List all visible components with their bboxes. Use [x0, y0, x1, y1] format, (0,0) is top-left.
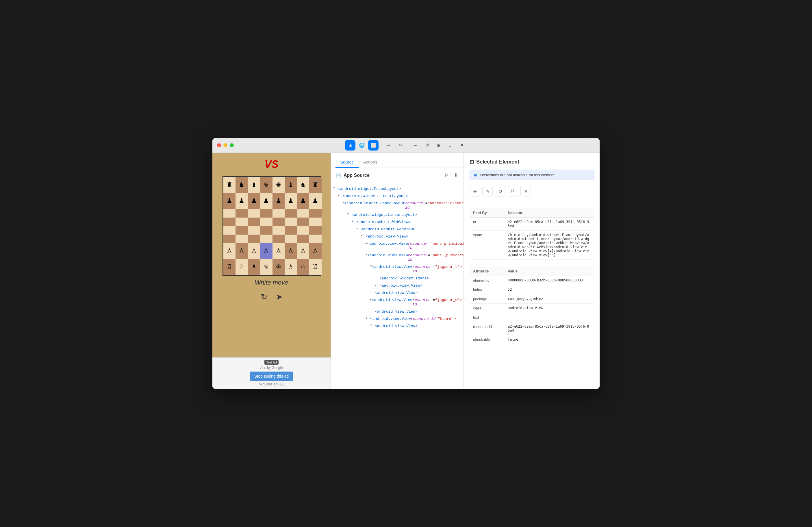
tab-actions[interactable]: Actions: [359, 157, 382, 168]
chess-cell[interactable]: ♛: [260, 177, 273, 193]
chess-cell[interactable]: [297, 218, 309, 226]
tree-node[interactable]: ▼<android.view.View>: [331, 233, 464, 240]
chess-cell[interactable]: [223, 235, 236, 243]
chess-cell[interactable]: ♗: [248, 259, 260, 275]
attribute-value[interactable]: 00000000-0000-03cb-0000-000500000003: [504, 276, 594, 285]
tree-node[interactable]: <android.view.View>: [331, 289, 464, 296]
chess-cell[interactable]: ♟: [260, 193, 273, 209]
attribute-value[interactable]: android.view.View: [504, 304, 594, 313]
chess-cell[interactable]: ♟: [309, 193, 322, 209]
tree-node[interactable]: ▼<android.widget.LinearLayout>: [331, 211, 464, 218]
chess-cell[interactable]: [285, 218, 297, 226]
tree-node[interactable]: <android.widget.Image>: [331, 275, 464, 282]
tree-node[interactable]: ▼<android.webkit.WebView>: [331, 218, 464, 226]
arrow-right-button[interactable]: →: [383, 140, 394, 150]
tree-node[interactable]: <android.view.View>: [331, 308, 464, 315]
stop-seeing-ad-button[interactable]: Stop seeing this ad: [250, 371, 293, 381]
copy-action-button[interactable]: ⎘: [508, 186, 518, 196]
chess-cell[interactable]: [223, 226, 236, 235]
chess-cell[interactable]: ♟: [248, 193, 260, 209]
next-move-button[interactable]: ➤: [276, 292, 282, 302]
chess-cell[interactable]: [223, 218, 236, 226]
chess-cell[interactable]: [248, 209, 260, 218]
chess-cell[interactable]: ♟: [285, 193, 297, 209]
chess-cell[interactable]: [273, 209, 285, 218]
chess-cell[interactable]: ♙: [309, 243, 322, 259]
chess-cell[interactable]: ♞: [297, 177, 309, 193]
tree-node[interactable]: ▼<android.view.View resource-id="jugador…: [331, 263, 464, 275]
minimize-window-button[interactable]: [223, 143, 228, 147]
chess-cell[interactable]: [235, 226, 248, 235]
tree-node[interactable]: ▼<android.view.View>: [331, 322, 464, 330]
tree-toggle-icon[interactable]: ▼: [352, 220, 356, 223]
tree-toggle-icon[interactable]: ▼: [356, 227, 361, 230]
tree-node[interactable]: ▼<android.webkit.WebView>: [331, 226, 464, 233]
tree-node[interactable]: ▼<android.view.View resource-id="board">: [331, 315, 464, 322]
tree-node[interactable]: ▼<android.widget.FrameLayout resource-id…: [331, 200, 464, 211]
tree-node[interactable]: ▶<android.view.View resource-id="jugador…: [331, 296, 464, 308]
chess-cell[interactable]: [260, 235, 273, 243]
chess-cell[interactable]: ♟: [223, 193, 236, 209]
tree-node[interactable]: ▶<android.view.View>: [331, 282, 464, 289]
chess-cell[interactable]: ♗: [285, 259, 297, 275]
edit-action-button[interactable]: ✎: [482, 186, 493, 196]
chess-cell[interactable]: [309, 218, 322, 226]
delete-action-button[interactable]: ✕: [520, 186, 531, 196]
globe-button[interactable]: 🌐: [357, 140, 367, 150]
download-source-button[interactable]: ⬇: [453, 171, 459, 179]
back-nav-button[interactable]: ←: [410, 140, 421, 150]
attribute-value[interactable]: [504, 313, 594, 322]
chess-cell[interactable]: [248, 235, 260, 243]
tree-node[interactable]: ▼<android.widget.LinearLayout>: [331, 192, 464, 200]
attribute-value[interactable]: 52: [504, 285, 594, 294]
chess-cell[interactable]: ♙: [273, 243, 285, 259]
refresh-button[interactable]: ↺: [422, 140, 432, 150]
tree-node[interactable]: ▼<android.view.View resource-id="panel_p…: [331, 252, 464, 263]
maximize-window-button[interactable]: [230, 143, 234, 147]
chess-cell[interactable]: [273, 218, 285, 226]
chess-cell[interactable]: [260, 218, 273, 226]
chess-cell[interactable]: [248, 218, 260, 226]
chess-cell[interactable]: ♙: [297, 243, 309, 259]
chess-cell[interactable]: [309, 235, 322, 243]
attribute-value[interactable]: false: [504, 335, 594, 345]
tab-source[interactable]: Source: [335, 157, 359, 168]
chess-cell[interactable]: [285, 235, 297, 243]
reset-action-button[interactable]: ↺: [495, 186, 505, 196]
chess-cell[interactable]: ♔: [273, 259, 285, 275]
chess-cell[interactable]: [285, 209, 297, 218]
chess-board-container[interactable]: ♜♞♝♛♚♝♞♜♟♟♟♟♟♟♟♟♙♙♙♙♙♙♙♙♖♘♗♕♔♗♘♖: [222, 176, 321, 276]
tree-toggle-icon[interactable]: ▼: [361, 234, 365, 237]
chess-cell[interactable]: [248, 226, 260, 235]
chess-cell[interactable]: ♘: [297, 259, 309, 275]
chess-cell[interactable]: [260, 226, 273, 235]
tree-node[interactable]: ▶<android.view.View resource-id="menu_pr…: [331, 240, 464, 252]
chess-cell[interactable]: ♘: [235, 259, 248, 275]
chess-cell[interactable]: ♝: [248, 177, 260, 193]
chess-cell[interactable]: ♝: [285, 177, 297, 193]
chess-cell[interactable]: ♙: [235, 243, 248, 259]
chess-cell[interactable]: [235, 218, 248, 226]
find-by-value[interactable]: e2-e622-d9ac-85ca-c0fa-1a69-391b-05f6-95…: [504, 218, 594, 231]
chess-cell[interactable]: [309, 209, 322, 218]
search-toolbar-button[interactable]: ⌕: [445, 140, 455, 150]
chess-cell[interactable]: ♟: [297, 193, 309, 209]
tap-action-button[interactable]: ⊕: [469, 186, 480, 196]
close-toolbar-button[interactable]: ✕: [456, 140, 467, 150]
chess-cell[interactable]: [235, 209, 248, 218]
chess-cell[interactable]: [223, 209, 236, 218]
chess-cell[interactable]: ♟: [235, 193, 248, 209]
attribute-value[interactable]: e2-e622-d9ac-85ca-c0fa-1a69-391b-05f6-95…: [504, 322, 594, 335]
tree-toggle-icon[interactable]: ▼: [370, 324, 375, 327]
attribute-value[interactable]: com.juego.ajedrez: [504, 294, 594, 304]
find-by-value[interactable]: /hierarchy/android.widget.FrameLayout/an…: [504, 231, 594, 260]
copy-source-button[interactable]: ⎘: [444, 171, 449, 179]
tree-toggle-icon[interactable]: ▶: [375, 283, 379, 287]
grid-view-button[interactable]: ⊞: [345, 140, 356, 150]
close-window-button[interactable]: [217, 143, 221, 147]
chess-cell[interactable]: ♙: [223, 243, 236, 259]
tree-toggle-icon[interactable]: ▼: [365, 317, 370, 320]
chess-cell[interactable]: [297, 209, 309, 218]
tree-toggle-icon[interactable]: ▼: [347, 213, 352, 216]
chess-cell[interactable]: ♜: [309, 177, 322, 193]
